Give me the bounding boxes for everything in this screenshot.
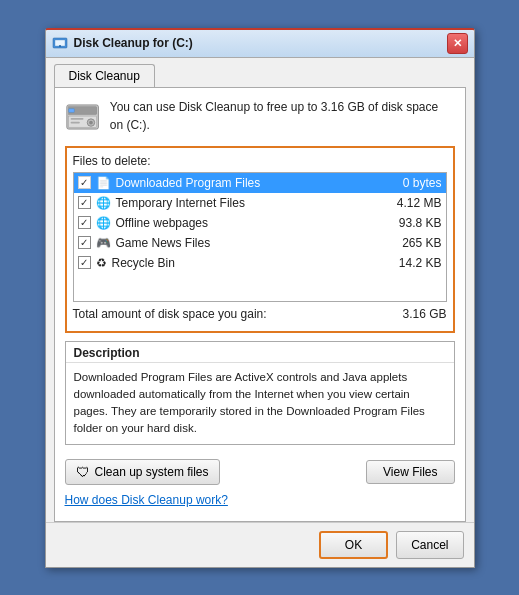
action-buttons: 🛡 Clean up system files View Files: [65, 451, 455, 489]
svg-point-7: [89, 120, 93, 124]
svg-point-2: [59, 45, 61, 47]
file-icon-offline: 🌐: [96, 216, 111, 230]
description-text: Downloaded Program Files are ActiveX con…: [66, 363, 454, 444]
files-section: Files to delete: 📄 Downloaded Program Fi…: [65, 146, 455, 333]
file-name-offline: Offline webpages: [116, 216, 382, 230]
cancel-button[interactable]: Cancel: [396, 531, 463, 559]
main-content: You can use Disk Cleanup to free up to 3…: [54, 87, 466, 522]
file-row-downloaded[interactable]: 📄 Downloaded Program Files 0 bytes: [74, 173, 446, 193]
file-row-temp-internet[interactable]: 🌐 Temporary Internet Files 4.12 MB: [74, 193, 446, 213]
file-icon-downloaded: 📄: [96, 176, 111, 190]
files-list[interactable]: 📄 Downloaded Program Files 0 bytes 🌐 Tem…: [73, 172, 447, 302]
file-icon-recycle: ♻: [96, 256, 107, 270]
svg-rect-8: [70, 117, 83, 119]
file-row-recycle[interactable]: ♻ Recycle Bin 14.2 KB: [74, 253, 446, 273]
file-icon-temp-internet: 🌐: [96, 196, 111, 210]
file-size-temp-internet: 4.12 MB: [387, 196, 442, 210]
cleanup-icon: 🛡: [76, 464, 90, 480]
file-row-offline[interactable]: 🌐 Offline webpages 93.8 KB: [74, 213, 446, 233]
dialog-footer: OK Cancel: [46, 522, 474, 567]
checkbox-recycle[interactable]: [78, 256, 91, 269]
view-files-button[interactable]: View Files: [366, 460, 454, 484]
file-size-game-news: 265 KB: [387, 236, 442, 250]
total-value: 3.16 GB: [402, 307, 446, 321]
title-icon: [52, 35, 68, 51]
file-icon-game-news: 🎮: [96, 236, 111, 250]
main-window: Disk Cleanup for (C:) ✕ Disk Cleanup You…: [45, 28, 475, 568]
description-label: Description: [66, 342, 454, 363]
file-size-offline: 93.8 KB: [387, 216, 442, 230]
description-section: Description Downloaded Program Files are…: [65, 341, 455, 445]
file-name-downloaded: Downloaded Program Files: [116, 176, 382, 190]
close-button[interactable]: ✕: [447, 33, 468, 54]
file-name-game-news: Game News Files: [116, 236, 382, 250]
checkbox-temp-internet[interactable]: [78, 196, 91, 209]
tab-area: Disk Cleanup: [46, 58, 474, 87]
total-row: Total amount of disk space you gain: 3.1…: [73, 302, 447, 325]
window-title: Disk Cleanup for (C:): [74, 36, 447, 50]
file-row-game-news[interactable]: 🎮 Game News Files 265 KB: [74, 233, 446, 253]
cleanup-system-files-button[interactable]: 🛡 Clean up system files: [65, 459, 220, 485]
title-bar: Disk Cleanup for (C:) ✕: [46, 30, 474, 58]
checkbox-downloaded[interactable]: [78, 176, 91, 189]
file-name-temp-internet: Temporary Internet Files: [116, 196, 382, 210]
cleanup-label: Clean up system files: [95, 465, 209, 479]
file-size-recycle: 14.2 KB: [387, 256, 442, 270]
file-size-downloaded: 0 bytes: [387, 176, 442, 190]
disk-icon: [65, 98, 100, 136]
svg-rect-9: [70, 121, 79, 123]
header-description: You can use Disk Cleanup to free up to 3…: [110, 98, 455, 134]
files-label: Files to delete:: [73, 154, 447, 168]
checkbox-game-news[interactable]: [78, 236, 91, 249]
total-label: Total amount of disk space you gain:: [73, 307, 267, 321]
how-disk-cleanup-link[interactable]: How does Disk Cleanup work?: [65, 489, 455, 511]
svg-rect-10: [68, 108, 74, 112]
ok-button[interactable]: OK: [319, 531, 388, 559]
tab-disk-cleanup[interactable]: Disk Cleanup: [54, 64, 155, 87]
checkbox-offline[interactable]: [78, 216, 91, 229]
file-name-recycle: Recycle Bin: [112, 256, 382, 270]
header-section: You can use Disk Cleanup to free up to 3…: [65, 98, 455, 136]
